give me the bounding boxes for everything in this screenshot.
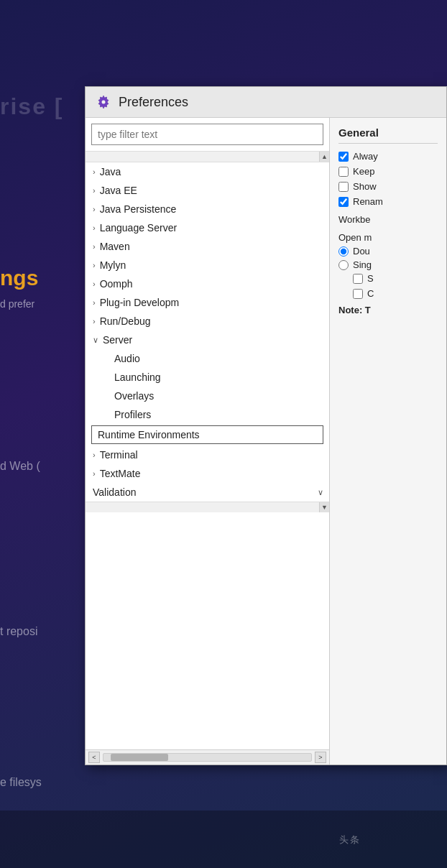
watermark: 头条 xyxy=(0,811,447,868)
checkbox-show: Show xyxy=(338,181,438,192)
tree-item-audio[interactable]: Audio xyxy=(86,349,329,368)
tree-item-oomph[interactable]: › Oomph xyxy=(86,274,329,293)
watermark-text: 头条 xyxy=(339,834,361,846)
radio-sing-input[interactable] xyxy=(338,260,349,270)
checkbox-show-input[interactable] xyxy=(338,182,349,192)
checkbox-show-label: Show xyxy=(353,181,377,192)
chevron-right-icon: › xyxy=(93,451,96,459)
tree-item-java-persistence[interactable]: › Java Persistence xyxy=(86,200,329,218)
checkbox-alway-label: Alway xyxy=(353,151,378,162)
checkbox-keep-label: Keep xyxy=(353,166,374,177)
bg-text-web: d Web ( xyxy=(0,460,40,473)
tree-item-language-server[interactable]: › Language Server xyxy=(86,218,329,237)
scroll-right-btn[interactable]: > xyxy=(315,752,326,763)
tree-item-java[interactable]: › Java xyxy=(86,162,329,181)
dialog-titlebar: Preferences xyxy=(86,87,446,118)
tree-item-runtime-env[interactable]: Runtime Environments xyxy=(91,425,323,444)
right-panel-title: General xyxy=(338,126,438,144)
tree-item-label: Audio xyxy=(114,353,140,364)
scroll-left-btn[interactable]: < xyxy=(88,752,100,763)
tree-item-label: Server xyxy=(103,334,132,346)
tree-item-label: Terminal xyxy=(100,449,138,461)
tree-item-run-debug[interactable]: › Run/Debug xyxy=(86,312,329,331)
radio-dou-input[interactable] xyxy=(338,246,349,257)
tree-item-label: Launching xyxy=(114,371,161,383)
bg-text-repos: t reposi xyxy=(0,625,37,638)
right-note: Note: T xyxy=(338,305,438,315)
tree-scroll-container: ▲ › Java › Java EE › Java Pe xyxy=(86,152,329,749)
radio-dou-label: Dou xyxy=(353,246,370,257)
sub-checkbox-s-label: S xyxy=(367,273,374,284)
sub-checkbox-s-input[interactable] xyxy=(353,274,363,284)
dialog-body: ▲ › Java › Java EE › Java Pe xyxy=(86,118,446,765)
tree-item-label: Mylyn xyxy=(100,259,126,271)
tree-item-label: Runtime Environments xyxy=(98,429,200,440)
chevron-right-icon: › xyxy=(93,223,96,232)
tree-item-launching[interactable]: Launching xyxy=(86,368,329,387)
svg-point-1 xyxy=(102,101,106,104)
chevron-right-icon: › xyxy=(93,469,96,478)
tree-item-label: Profilers xyxy=(114,409,151,420)
tree-item-label: Oomph xyxy=(100,278,133,290)
chevron-right-icon: › xyxy=(93,280,96,288)
chevron-down-icon: ∨ xyxy=(318,488,323,497)
tree-item-label: Java Persistence xyxy=(100,203,177,215)
bg-text-ngs: ngs xyxy=(0,266,38,290)
chevron-right-icon: › xyxy=(93,298,96,307)
sub-checkbox-s: S xyxy=(338,273,438,284)
filter-input-wrap xyxy=(86,118,329,152)
chevron-right-icon: › xyxy=(93,317,96,326)
tree-item-label: Java EE xyxy=(100,185,137,196)
checkbox-keep-input[interactable] xyxy=(338,167,349,177)
section-open: Open m xyxy=(338,232,438,243)
chevron-right-icon: › xyxy=(93,167,96,176)
hscroll-track[interactable] xyxy=(103,753,312,762)
preferences-dialog: Preferences ▲ › Java xyxy=(85,86,447,765)
tree-item-plugin-dev[interactable]: › Plug-in Developm xyxy=(86,293,329,312)
chevron-right-icon: › xyxy=(93,205,96,213)
tree-item-profilers[interactable]: Profilers xyxy=(86,405,329,424)
tree-item-label: TextMate xyxy=(100,468,141,479)
radio-sing-label: Sing xyxy=(353,259,372,270)
tree-item-label: Run/Debug xyxy=(100,315,151,327)
scroll-up-area: ▲ xyxy=(86,152,329,162)
hscroll-thumb xyxy=(111,754,168,761)
sub-checkbox-c-label: C xyxy=(367,288,374,299)
scroll-down-btn[interactable]: ▼ xyxy=(319,502,329,512)
tree-item-server[interactable]: ∨ Server xyxy=(86,331,329,349)
tree-item-textmate[interactable]: › TextMate xyxy=(86,464,329,483)
tree-item-label: Plug-in Developm xyxy=(100,297,180,308)
tree-item-overlays[interactable]: Overlays xyxy=(86,387,329,405)
right-panel-content: Alway Keep Show Renam Workbe Open m xyxy=(338,151,438,315)
dialog-title: Preferences xyxy=(119,95,188,110)
tree-item-label: Validation xyxy=(93,486,136,498)
tree-item-terminal[interactable]: › Terminal xyxy=(86,445,329,464)
filter-input[interactable] xyxy=(91,124,323,145)
tree-item-maven[interactable]: › Maven xyxy=(86,237,329,256)
checkbox-renam: Renam xyxy=(338,196,438,207)
tree-list: ▲ › Java › Java EE › Java Pe xyxy=(86,152,329,749)
bg-text-prefer: d prefer xyxy=(0,298,34,310)
tree-item-validation[interactable]: Validation ∨ xyxy=(86,483,329,502)
section-workbe: Workbe xyxy=(338,214,438,225)
chevron-down-icon: ∨ xyxy=(93,336,98,345)
tree-item-label: Overlays xyxy=(114,390,154,402)
right-panel: General Alway Keep Show Renam xyxy=(330,118,446,765)
preferences-icon xyxy=(96,94,111,110)
horizontal-scrollbar: < > xyxy=(86,749,329,765)
tree-item-mylyn[interactable]: › Mylyn xyxy=(86,256,329,274)
tree-item-java-ee[interactable]: › Java EE xyxy=(86,181,329,200)
sub-checkbox-c-input[interactable] xyxy=(353,289,363,299)
radio-dou: Dou xyxy=(338,246,438,257)
radio-sing: Sing xyxy=(338,259,438,270)
scroll-up-btn[interactable]: ▲ xyxy=(319,152,329,162)
bg-text-filesys: e filesys xyxy=(0,776,42,789)
checkbox-alway-input[interactable] xyxy=(338,152,349,162)
tree-panel: ▲ › Java › Java EE › Java Pe xyxy=(86,118,330,765)
chevron-right-icon: › xyxy=(93,261,96,269)
sub-checkbox-c: C xyxy=(338,288,438,299)
chevron-right-icon: › xyxy=(93,242,96,251)
tree-item-label: Java xyxy=(100,166,121,177)
chevron-right-icon: › xyxy=(93,186,96,195)
checkbox-renam-input[interactable] xyxy=(338,197,349,207)
